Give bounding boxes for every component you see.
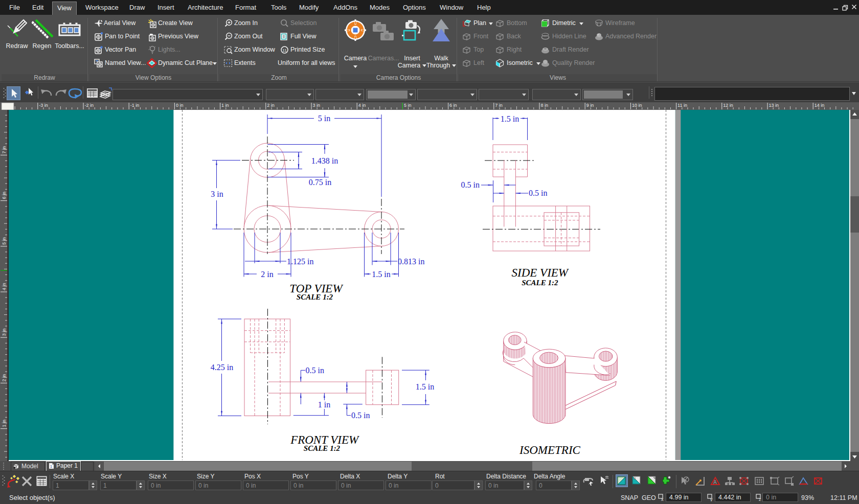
svg-text:7 in: 7 in xyxy=(2,146,7,154)
svg-text:-3 in: -3 in xyxy=(39,103,48,108)
svg-text:1 in: 1 in xyxy=(318,400,330,409)
svg-text:0.5 in: 0.5 in xyxy=(306,366,324,375)
svg-text:y: y xyxy=(710,497,713,501)
svg-text:4.25 in: 4.25 in xyxy=(211,363,233,372)
svg-text:x: x xyxy=(661,497,664,501)
svg-text:2 in: 2 in xyxy=(2,374,7,382)
svg-text:3 in: 3 in xyxy=(211,190,223,198)
svg-text:9 in: 9 in xyxy=(586,103,594,108)
svg-text:2 in: 2 in xyxy=(261,270,273,279)
svg-text:4 in: 4 in xyxy=(2,283,7,290)
svg-text:3 in: 3 in xyxy=(313,103,321,108)
svg-text:5 in: 5 in xyxy=(318,114,330,123)
svg-text:SCALE 1:2: SCALE 1:2 xyxy=(522,279,558,287)
svg-text:1 in: 1 in xyxy=(221,103,229,108)
svg-text:-2 in: -2 in xyxy=(85,103,94,108)
svg-text:SIDE VIEW: SIDE VIEW xyxy=(512,266,569,279)
svg-text:1.438 in: 1.438 in xyxy=(311,156,338,165)
svg-text:1.5 in: 1.5 in xyxy=(416,382,434,391)
svg-text:1.5 in: 1.5 in xyxy=(501,114,519,123)
svg-text:11 in: 11 in xyxy=(677,103,687,108)
svg-text:A: A xyxy=(713,479,717,485)
svg-text:0 in: 0 in xyxy=(176,103,184,108)
svg-text:4 in: 4 in xyxy=(358,103,366,108)
svg-text:5 in: 5 in xyxy=(2,237,7,245)
svg-text:6 in: 6 in xyxy=(2,192,7,199)
svg-text:0.5 in: 0.5 in xyxy=(461,180,480,189)
svg-text:3 in: 3 in xyxy=(2,329,7,336)
svg-text:0.75 in: 0.75 in xyxy=(309,178,331,187)
svg-text:ISOMETRIC: ISOMETRIC xyxy=(519,444,580,456)
svg-text:12 in: 12 in xyxy=(723,103,733,108)
svg-text:z: z xyxy=(759,497,761,501)
svg-text:1: 1 xyxy=(50,465,52,468)
svg-text:13 in: 13 in xyxy=(769,103,779,108)
svg-text:SCALE 1:2: SCALE 1:2 xyxy=(304,444,341,452)
svg-text:6 in: 6 in xyxy=(449,103,457,108)
svg-text:0.5 in: 0.5 in xyxy=(351,411,370,420)
svg-text:7 in: 7 in xyxy=(495,103,503,108)
svg-text:8 in: 8 in xyxy=(541,103,549,108)
svg-text:SCALE 1:2: SCALE 1:2 xyxy=(297,293,333,301)
svg-text:11: 11 xyxy=(282,48,287,53)
svg-text:10 in: 10 in xyxy=(632,103,642,108)
svg-text:2 in: 2 in xyxy=(267,103,275,108)
svg-text:0.813 in: 0.813 in xyxy=(398,257,424,266)
svg-text:0.5 in: 0.5 in xyxy=(529,189,547,197)
svg-text:1.5 in: 1.5 in xyxy=(372,270,390,279)
svg-text:14 in: 14 in xyxy=(815,103,825,108)
svg-text:-1 in: -1 in xyxy=(130,103,140,108)
svg-text:1 in: 1 in xyxy=(2,420,7,427)
svg-text:5 in: 5 in xyxy=(404,103,412,108)
